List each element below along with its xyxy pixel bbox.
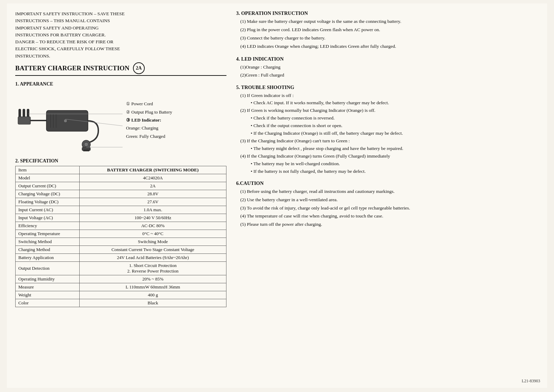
spec-cell-label: Input Current (AC) (16, 206, 80, 214)
table-row: Operating Humidity20% ~ 85% (16, 275, 226, 283)
spec-cell-value: Constant Current Two Stage Constant Volt… (80, 246, 226, 253)
trouble-main: (1) If Green indicator is off : (240, 92, 539, 99)
label-power-cord: ① Power Cord (126, 100, 226, 108)
spec-cell-value: 400 g (80, 291, 226, 299)
spec-cell-label: Model (16, 174, 80, 182)
caution-item: (1) Before using the battery charger, re… (240, 188, 539, 195)
operation-items: (1) Make sure the battery charger output… (236, 18, 539, 50)
table-row: Output Detection1. Short Circuit Protect… (16, 261, 226, 275)
table-row: Weight400 g (16, 291, 226, 299)
spec-cell-value: 1. Short Circuit Protection2. Reverse Po… (80, 261, 226, 275)
operation-title: 3. OPERATION INSTRUCTION (236, 10, 539, 16)
label-led-green: Green: Fully Charged (126, 132, 226, 140)
trouble-title: 5. TROUBLE SHOOTING (236, 84, 539, 90)
trouble-items: (1) If Green indicator is off :• Check A… (236, 92, 539, 175)
right-column: 3. OPERATION INSTRUCTION (1) Make sure t… (236, 10, 539, 381)
spec-cell-label: Operating Humidity (16, 275, 80, 283)
spec-cell-label: Output Detection (16, 261, 80, 275)
table-row: Battery Application24V Lead Acid Batteri… (16, 253, 226, 261)
caution-item: (5) Please turn off the power after char… (240, 221, 539, 228)
table-row: Switching MethodSwitching Mode (16, 238, 226, 246)
caution-item: (4) The temperature of case will rise wh… (240, 213, 539, 220)
svg-point-6 (64, 119, 67, 123)
spec-cell-value: AC-DC 80% (80, 222, 226, 230)
svg-rect-3 (18, 117, 30, 124)
svg-rect-13 (83, 150, 89, 151)
caution-items: (1) Before using the battery charger, re… (236, 188, 539, 229)
trouble-main: (3) If the Charging Indicator (Orange) c… (240, 137, 539, 145)
spec-cell-value: 100~240 V 50/60Hz (80, 214, 226, 222)
table-row: ItemBATTERY CHARGER (SWITCHING MODE) (16, 166, 226, 174)
spec-cell-value: 27.6V (80, 198, 226, 206)
page-reference: L21-83903 (522, 378, 540, 384)
trouble-sub: • Check AC input. If it works normally, … (251, 99, 539, 107)
spec-cell-value: 24V Lead Acid Batteries (9Ahr~20Ahr) (80, 253, 226, 261)
spec-cell-label: Battery Application (16, 253, 80, 261)
label-output-plug: ② Output Plug to Battery (126, 108, 226, 116)
spec-cell-label: Operating Temperature (16, 230, 80, 238)
trouble-main: (4) If the Charging Indicator (Orange) t… (240, 153, 539, 160)
spec-cell-value: 2A (80, 182, 226, 190)
led-item: (2)Green : Full charged (240, 72, 539, 79)
charger-title: BATTERY CHARGER INSTRUCTION 2A (15, 62, 226, 76)
spec-cell-label: Measure (16, 283, 80, 291)
table-row: Model4C24020A (16, 174, 226, 182)
operation-item: (1) Make sure the battery charger output… (240, 18, 539, 25)
spec-cell-value: Switching Mode (80, 238, 226, 246)
spec-cell-label: Efficiency (16, 222, 80, 230)
led-item: (1)Orange : Charging (240, 64, 539, 71)
trouble-sub: • The battery may be in well-charged con… (251, 160, 539, 168)
operation-item: (2) Plug in the power cord. LED indicate… (240, 26, 539, 34)
table-row: Input Current (AC)1.0A max. (16, 206, 226, 214)
table-row: ColorBlack (16, 299, 226, 307)
appearance-header: 1. APPEARANCE (15, 81, 226, 87)
spec-cell-value: L 110mmxW 60mmxH 36mm (80, 283, 226, 291)
caution-title: 6.CAUTION (236, 180, 539, 186)
page: IMPORTANT SAFETY INSTRUCTION – SAVE THES… (7, 3, 547, 388)
spec-cell-label: Weight (16, 291, 80, 299)
caution-item: (3) To avoid the risk of injury, charge … (240, 205, 539, 212)
spec-cell-value: Black (80, 299, 226, 307)
table-row: EfficiencyAC-DC 80% (16, 222, 226, 230)
left-column: IMPORTANT SAFETY INSTRUCTION – SAVE THES… (15, 10, 226, 381)
led-items: (1)Orange : Charging(2)Green : Full char… (236, 64, 539, 79)
label-led: ③ LED Indicator: (126, 116, 226, 124)
trouble-sub: • Check if the output connection is shor… (251, 122, 539, 130)
spec-cell-value-header: BATTERY CHARGER (SWITCHING MODE) (80, 166, 226, 174)
trouble-sub: • The battery might defect , please stop… (251, 145, 539, 152)
operation-item: (4) LED indicates Orange when charging; … (240, 43, 539, 50)
table-row: MeasureL 110mmxW 60mmxH 36mm (16, 283, 226, 291)
table-row: Operating Temperature0°C ~ 40°C (16, 230, 226, 238)
spec-cell-label: Floating Voltage (DC) (16, 198, 80, 206)
led-section: 4. LED INDICATION (1)Orange : Charging(2… (236, 56, 539, 80)
trouble-sub: • Check if the battery connection is rev… (251, 115, 539, 122)
spec-header: 2. SPECIFICATION (15, 158, 226, 164)
table-row: Output Current (DC)2A (16, 182, 226, 190)
table-row: Floating Voltage (DC)27.6V (16, 198, 226, 206)
safety-instructions: IMPORTANT SAFETY INSTRUCTION – SAVE THES… (15, 10, 226, 60)
label-led-orange: Orange: Charging (126, 124, 226, 132)
table-row: Charging MethodConstant Current Two Stag… (16, 246, 226, 253)
led-title: 4. LED INDICATION (236, 56, 539, 62)
model-badge: 2A (133, 62, 145, 74)
spec-cell-label: Charging Method (16, 246, 80, 253)
svg-point-11 (84, 142, 88, 146)
appearance-section: ① Power Cord ② Output Plug to Battery ③ … (15, 89, 226, 151)
operation-section: 3. OPERATION INSTRUCTION (1) Make sure t… (236, 10, 539, 51)
table-row: Input Voltage (AC)100~240 V 50/60Hz (16, 214, 226, 222)
spec-table: ItemBATTERY CHARGER (SWITCHING MODE)Mode… (15, 166, 226, 307)
spec-cell-value: 1.0A max. (80, 206, 226, 214)
diagram-labels: ① Power Cord ② Output Plug to Battery ③ … (126, 100, 226, 140)
spec-cell-label: Input Voltage (AC) (16, 214, 80, 222)
operation-item: (3) Connect the battery charger to the b… (240, 35, 539, 42)
spec-section: 2. SPECIFICATION ItemBATTERY CHARGER (SW… (15, 156, 226, 307)
trouble-section: 5. TROUBLE SHOOTING (1) If Green indicat… (236, 84, 539, 176)
spec-cell-value: 28.8V (80, 190, 226, 198)
spec-cell-value: 20% ~ 85% (80, 275, 226, 283)
trouble-sub: • If the Charging Indicator (Orange) is … (251, 130, 539, 137)
table-row: Charging Voltage (DC)28.8V (16, 190, 226, 198)
charger-diagram (15, 89, 123, 151)
spec-cell-label: Output Current (DC) (16, 182, 80, 190)
spec-cell-value: 0°C ~ 40°C (80, 230, 226, 238)
caution-section: 6.CAUTION (1) Before using the battery c… (236, 180, 539, 230)
